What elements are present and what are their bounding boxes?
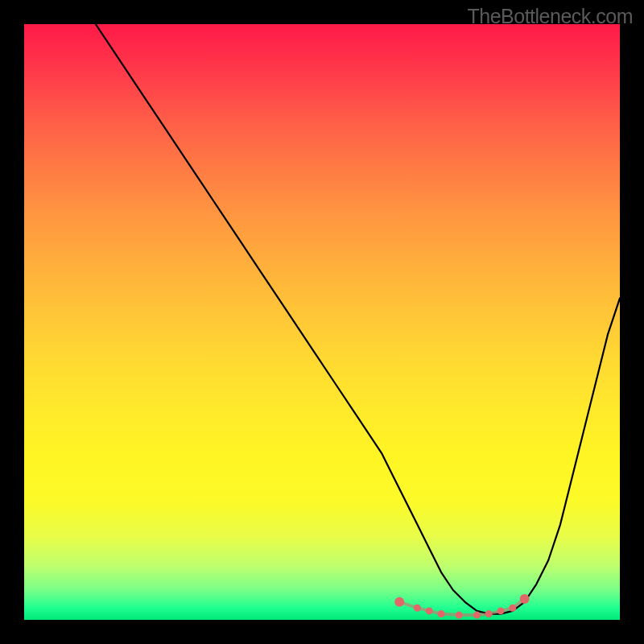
chart-svg <box>24 24 620 620</box>
chart-container: TheBottleneck.com <box>0 0 644 644</box>
highlight-segment <box>399 599 524 615</box>
highlight-point <box>520 594 530 604</box>
highlight-point <box>509 605 516 612</box>
highlight-point <box>473 612 481 619</box>
watermark-text: TheBottleneck.com <box>468 5 634 28</box>
plot-area <box>24 24 620 620</box>
highlight-point <box>485 610 493 617</box>
highlight-point <box>456 612 463 619</box>
curve-line <box>96 24 620 614</box>
highlight-point <box>414 605 421 612</box>
highlight-point <box>394 597 404 607</box>
chart-series <box>96 24 620 619</box>
highlight-point <box>497 607 505 614</box>
highlight-point <box>426 607 433 614</box>
highlight-point <box>438 610 445 617</box>
